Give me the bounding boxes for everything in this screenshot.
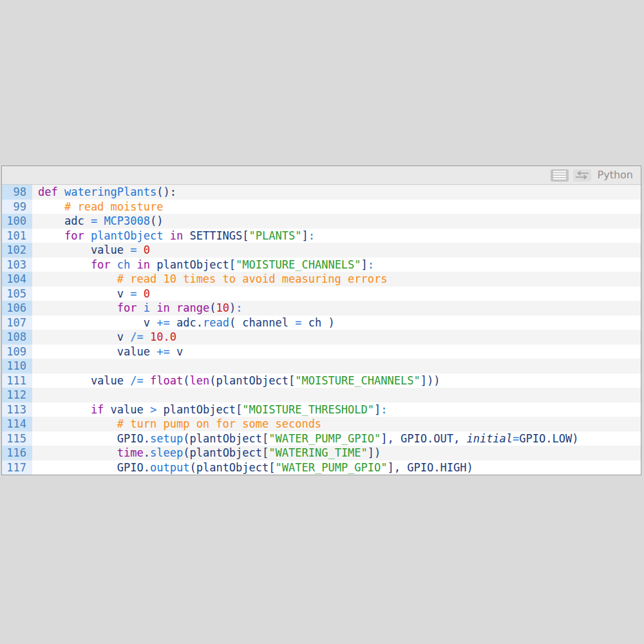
line-number: 109 [2, 345, 32, 359]
line-number: 104 [2, 272, 32, 287]
code-line: adc = MCP3008() [32, 214, 641, 229]
code-line [32, 359, 641, 374]
line-number: 107 [2, 316, 32, 330]
line-number: 106 [2, 301, 32, 316]
code-line: for ch in plantObject["MOISTURE_CHANNELS… [32, 258, 641, 272]
line-number: 111 [2, 374, 32, 388]
code-line: for plantObject in SETTINGS["PLANTS"]: [32, 229, 641, 243]
hamburger-icon [553, 171, 566, 180]
code-line: GPIO.setup(plantObject["WATER_PUMP_GPIO"… [32, 431, 641, 446]
code-line: v = 0 [32, 287, 641, 301]
code-line-row: 103 for ch in plantObject["MOISTURE_CHAN… [2, 258, 641, 272]
code-line: v += adc.read( channel = ch ) [32, 316, 641, 330]
code-line: value = 0 [32, 243, 641, 258]
code-line-row: 116 time.sleep(plantObject["WATERING_TIM… [2, 446, 641, 460]
line-number: 114 [2, 417, 32, 431]
code-line: value /= float(len(plantObject["MOISTURE… [32, 374, 641, 388]
code-line-row: 105 v = 0 [2, 287, 641, 301]
code-line-row: 114 # turn pump on for some seconds [2, 417, 641, 431]
code-line-row: 106 for i in range(10): [2, 301, 641, 316]
plain-code-toggle-button[interactable] [573, 169, 591, 182]
code-line-row: 104 # read 10 times to avoid measuring e… [2, 272, 641, 287]
code-line-row: 98def wateringPlants(): [2, 185, 641, 200]
code-line [32, 388, 641, 402]
code-line-row: 102 value = 0 [2, 243, 641, 258]
line-number: 103 [2, 258, 32, 272]
swap-arrows-icon [575, 171, 589, 180]
line-number: 101 [2, 229, 32, 243]
code-snippet-widget: Python 98def wateringPlants():99 # read … [1, 166, 641, 475]
code-line-row: 100 adc = MCP3008() [2, 214, 641, 229]
line-number: 112 [2, 388, 32, 402]
code-line: value += v [32, 345, 641, 359]
line-number: 105 [2, 287, 32, 301]
code-lines: 98def wateringPlants():99 # read moistur… [2, 185, 641, 475]
line-number: 110 [2, 359, 32, 374]
code-line-row: 109 value += v [2, 345, 641, 359]
code-line: # read moisture [32, 200, 641, 214]
language-label: Python [598, 166, 633, 184]
code-line-row: 107 v += adc.read( channel = ch ) [2, 316, 641, 330]
code-line-row: 117 GPIO.output(plantObject["WATER_PUMP_… [2, 460, 641, 475]
code-line-row: 110 [2, 359, 641, 374]
code-line: GPIO.output(plantObject["WATER_PUMP_GPIO… [32, 460, 641, 475]
line-number: 98 [2, 185, 32, 200]
code-line-row: 99 # read moisture [2, 200, 641, 214]
line-number: 108 [2, 330, 32, 345]
line-number: 102 [2, 243, 32, 258]
line-number: 117 [2, 460, 32, 475]
code-line: # read 10 times to avoid measuring error… [32, 272, 641, 287]
code-toolbar: Python [2, 166, 641, 185]
code-line-row: 111 value /= float(len(plantObject["MOIS… [2, 374, 641, 388]
line-number: 99 [2, 200, 32, 214]
page-background: Python 98def wateringPlants():99 # read … [0, 0, 644, 644]
code-area[interactable]: 98def wateringPlants():99 # read moistur… [2, 185, 641, 475]
line-numbers-toggle-button[interactable] [551, 169, 569, 182]
code-line: v /= 10.0 [32, 330, 641, 345]
code-line-row: 115 GPIO.setup(plantObject["WATER_PUMP_G… [2, 431, 641, 446]
line-number: 113 [2, 402, 32, 417]
code-line: for i in range(10): [32, 301, 641, 316]
code-line: if value > plantObject["MOISTURE_THRESHO… [32, 402, 641, 417]
line-number: 116 [2, 446, 32, 460]
code-line-row: 112 [2, 388, 641, 402]
code-line: def wateringPlants(): [32, 185, 641, 200]
code-line: time.sleep(plantObject["WATERING_TIME"]) [32, 446, 641, 460]
code-line-row: 101 for plantObject in SETTINGS["PLANTS"… [2, 229, 641, 243]
code-line: # turn pump on for some seconds [32, 417, 641, 431]
code-line-row: 113 if value > plantObject["MOISTURE_THR… [2, 402, 641, 417]
code-line-row: 108 v /= 10.0 [2, 330, 641, 345]
line-number: 115 [2, 431, 32, 446]
line-number: 100 [2, 214, 32, 229]
